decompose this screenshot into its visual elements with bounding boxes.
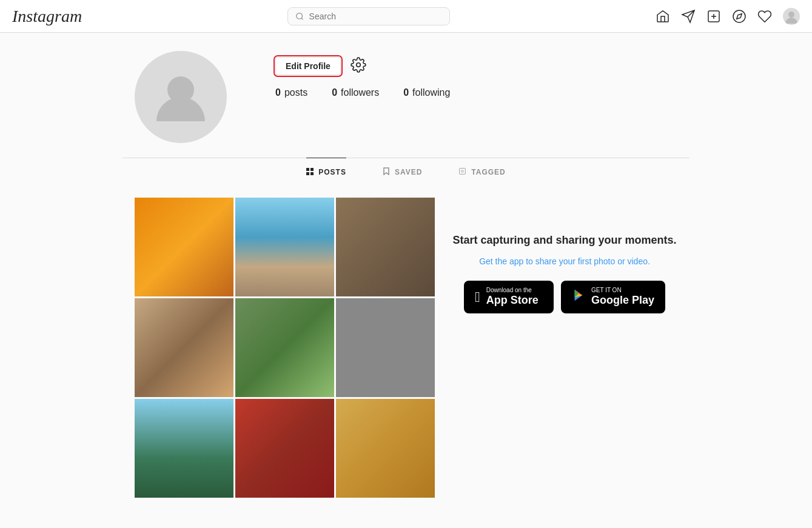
svg-rect-10 (306, 168, 309, 171)
profile-section: Edit Profile 0 posts 0 followers (122, 33, 690, 158)
posts-label: posts (284, 87, 307, 98)
svg-marker-6 (737, 13, 742, 18)
cta-subtitle: Get the app to share your first photo or… (479, 256, 650, 266)
posts-count: 0 (275, 87, 281, 98)
google-play-large: Google Play (591, 294, 654, 307)
followers-count: 0 (332, 87, 337, 98)
apple-icon:  (475, 289, 480, 306)
photo-cell-1[interactable] (135, 198, 233, 296)
bookmark-icon (383, 167, 390, 177)
followers-stat[interactable]: 0 followers (332, 87, 379, 98)
photo-cell-3[interactable] (336, 198, 435, 296)
tab-saved-label: SAVED (395, 168, 422, 176)
photo-cell-2[interactable] (235, 198, 334, 296)
app-badges:  Download on the App Store (464, 281, 665, 313)
instagram-logo[interactable]: Instagram (12, 7, 82, 26)
tab-posts[interactable]: POSTS (306, 158, 346, 185)
right-panel: Start capturing and sharing your moments… (452, 198, 677, 498)
google-play-badge[interactable]: GET IT ON Google Play (561, 281, 665, 313)
photo-cell-4[interactable] (135, 298, 233, 397)
tab-saved[interactable]: SAVED (383, 158, 422, 185)
photo-cell-7[interactable] (135, 399, 233, 498)
app-store-badge[interactable]:  Download on the App Store (464, 281, 554, 313)
app-store-text: Download on the App Store (486, 287, 539, 307)
google-play-text: GET IT ON Google Play (591, 287, 654, 307)
svg-rect-11 (310, 168, 314, 171)
photo-cell-8[interactable] (235, 399, 334, 498)
profile-avatar[interactable] (135, 51, 227, 143)
explore-icon[interactable] (732, 9, 747, 24)
svg-rect-12 (306, 172, 309, 175)
followers-label: followers (341, 87, 379, 98)
photo-cell-5[interactable] (235, 298, 334, 397)
profile-avatar-nav[interactable] (783, 8, 800, 25)
google-play-small: GET IT ON (591, 287, 654, 294)
svg-line-1 (301, 18, 303, 19)
home-icon[interactable] (656, 9, 670, 24)
tab-posts-label: POSTS (318, 168, 346, 176)
profile-header-row: Edit Profile (275, 57, 677, 75)
search-input[interactable] (309, 12, 442, 21)
svg-point-5 (733, 10, 745, 22)
grid-icon (306, 167, 314, 177)
content-tabs: POSTS SAVED TAGGED (122, 158, 690, 185)
search-bar (287, 7, 450, 25)
send-icon[interactable] (681, 9, 696, 24)
avatar-placeholder-icon (150, 67, 211, 127)
profile-avatar-wrap (135, 51, 227, 143)
svg-rect-13 (310, 172, 314, 175)
tag-icon (458, 167, 466, 177)
settings-icon[interactable] (351, 57, 366, 75)
search-icon (295, 12, 304, 21)
following-label: following (412, 87, 450, 98)
edit-profile-button[interactable]: Edit Profile (275, 57, 341, 75)
app-store-small: Download on the (486, 287, 539, 294)
svg-point-9 (357, 63, 361, 67)
posts-stat[interactable]: 0 posts (275, 87, 307, 98)
tab-tagged-label: TAGGED (471, 168, 505, 176)
header-nav-icons (656, 8, 800, 25)
stats-row: 0 posts 0 followers 0 following (275, 87, 677, 98)
svg-point-15 (461, 170, 463, 172)
svg-point-0 (297, 13, 303, 19)
photo-cell-6[interactable] (336, 298, 435, 397)
svg-rect-14 (460, 168, 466, 174)
tab-tagged[interactable]: TAGGED (458, 158, 505, 185)
profile-info: Edit Profile 0 posts 0 followers (275, 51, 677, 108)
cta-title: Start capturing and sharing your moments… (452, 234, 676, 247)
photo-grid (135, 198, 435, 498)
app-store-large: App Store (486, 294, 539, 307)
photo-cell-9[interactable] (336, 399, 435, 498)
heart-icon[interactable] (757, 9, 772, 24)
svg-point-7 (788, 12, 794, 18)
new-post-icon[interactable] (706, 9, 721, 24)
header: Instagram (0, 0, 812, 33)
following-stat[interactable]: 0 following (403, 87, 450, 98)
following-count: 0 (403, 87, 409, 98)
main-content: Edit Profile 0 posts 0 followers (0, 0, 812, 510)
content-area: Start capturing and sharing your moments… (122, 185, 690, 510)
google-play-icon (572, 289, 585, 306)
